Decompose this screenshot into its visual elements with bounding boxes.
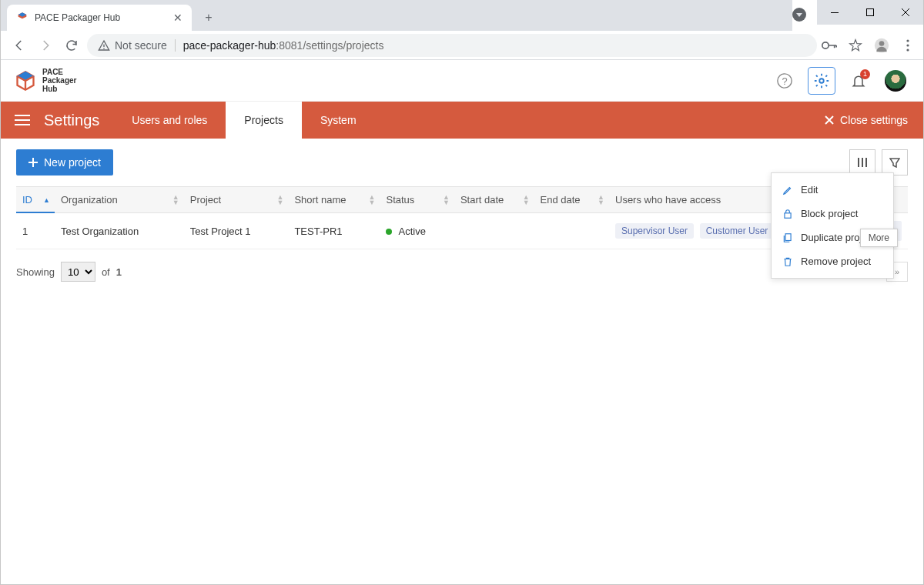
filter-icon[interactable]	[882, 149, 908, 176]
tab-system[interactable]: System	[302, 102, 375, 139]
tab-title: PACE Packager Hub	[35, 12, 173, 23]
nav-back-button[interactable]	[8, 35, 30, 56]
new-project-button[interactable]: New project	[16, 149, 113, 176]
cell-end	[534, 213, 609, 249]
svg-rect-17	[785, 233, 791, 240]
svg-rect-16	[785, 212, 791, 217]
svg-text:?: ?	[782, 75, 787, 86]
col-id[interactable]: ID▲	[16, 187, 55, 213]
bookmark-star-icon[interactable]	[848, 38, 863, 52]
col-start-date[interactable]: Start date▲▼	[454, 187, 534, 213]
chrome-menu-icon[interactable]	[900, 39, 916, 52]
settings-gear-icon[interactable]	[808, 67, 835, 95]
cell-org: Test Organization	[55, 213, 184, 249]
help-icon[interactable]: ?	[771, 67, 798, 95]
svg-rect-2	[103, 44, 104, 46]
profile-icon[interactable]	[874, 38, 889, 53]
pager-of-label: of	[102, 266, 110, 278]
url-text: pace-packager-hub:8081/settings/projects	[183, 39, 384, 52]
settings-title: Settings	[44, 102, 113, 139]
nav-reload-button[interactable]	[61, 35, 82, 56]
ctx-block-label: Block project	[801, 208, 858, 219]
cell-id: 1	[16, 213, 55, 249]
address-input[interactable]: Not secure pace-packager-hub:8081/settin…	[87, 34, 817, 57]
not-secure-indicator: Not secure	[98, 39, 167, 52]
new-project-label: New project	[44, 156, 101, 169]
app-header: PACE Packager Hub ? 1	[1, 60, 923, 102]
close-settings-label: Close settings	[840, 114, 908, 126]
svg-rect-3	[103, 48, 104, 48]
notifications-icon[interactable]: 1	[845, 67, 872, 95]
logo-text-2: Packager	[42, 76, 76, 85]
key-icon[interactable]	[822, 41, 837, 50]
settings-nav: Settings Users and roles Projects System…	[1, 102, 923, 139]
pager-showing-label: Showing	[16, 266, 55, 278]
tab-close-icon[interactable]: ✕	[173, 12, 182, 24]
ctx-remove-label: Remove project	[801, 256, 871, 267]
svg-rect-1	[867, 9, 874, 16]
col-end-date[interactable]: End date▲▼	[534, 187, 609, 213]
ctx-edit-label: Edit	[801, 184, 818, 196]
svg-rect-0	[831, 12, 839, 13]
browser-tab[interactable]: PACE Packager Hub ✕	[7, 5, 192, 31]
user-avatar[interactable]	[882, 67, 909, 95]
status-dot-icon	[386, 229, 392, 235]
more-tooltip: More	[860, 229, 898, 247]
cell-short: TEST-PR1	[288, 213, 380, 249]
col-short-name[interactable]: Short name▲▼	[288, 187, 380, 213]
nav-forward-button[interactable]	[35, 35, 56, 56]
logo-text-3: Hub	[42, 85, 76, 93]
cell-status: Active	[380, 213, 454, 249]
svg-point-9	[906, 48, 909, 51]
window-close-button[interactable]	[888, 0, 923, 25]
row-context-menu: Edit Block project Duplicate project Rem…	[771, 172, 894, 279]
close-settings-button[interactable]: Close settings	[809, 102, 923, 139]
browser-address-bar: Not secure pace-packager-hub:8081/settin…	[1, 31, 923, 60]
svg-point-8	[906, 44, 909, 46]
cell-project: Test Project 1	[184, 213, 289, 249]
new-tab-button[interactable]: +	[198, 7, 219, 28]
pager-total: 1	[116, 266, 122, 278]
ctx-edit[interactable]: Edit	[772, 178, 893, 202]
extensions-icon[interactable]	[792, 8, 806, 22]
hamburger-icon[interactable]	[1, 102, 44, 139]
logo-text-1: PACE	[42, 68, 76, 76]
user-chip[interactable]: Supervisor User	[615, 223, 694, 239]
ctx-remove[interactable]: Remove project	[772, 249, 893, 273]
app-logo[interactable]: PACE Packager Hub	[15, 68, 76, 93]
page-size-select[interactable]: 10	[61, 262, 95, 282]
tab-users-roles[interactable]: Users and roles	[113, 102, 226, 139]
col-project[interactable]: Project▲▼	[184, 187, 289, 213]
svg-point-7	[906, 39, 909, 42]
content-area: New project ID▲ Organization▲▼ Project▲▼…	[1, 139, 923, 292]
window-minimize-button[interactable]	[817, 0, 852, 25]
notification-badge: 1	[860, 69, 870, 79]
cell-start	[454, 213, 534, 249]
columns-icon[interactable]	[849, 149, 875, 176]
window-maximize-button[interactable]	[852, 0, 888, 25]
col-organization[interactable]: Organization▲▼	[55, 187, 184, 213]
projects-toolbar: New project	[16, 149, 908, 176]
window-controls	[817, 0, 923, 25]
ctx-block[interactable]: Block project	[772, 202, 893, 226]
browser-tab-strip: PACE Packager Hub ✕ +	[1, 0, 792, 31]
col-status[interactable]: Status▲▼	[380, 187, 454, 213]
svg-point-4	[822, 42, 829, 48]
svg-point-12	[819, 79, 824, 83]
tab-favicon	[16, 12, 28, 24]
user-chip[interactable]: Customer User	[700, 223, 775, 239]
tab-projects[interactable]: Projects	[226, 102, 302, 139]
svg-point-6	[879, 41, 885, 46]
